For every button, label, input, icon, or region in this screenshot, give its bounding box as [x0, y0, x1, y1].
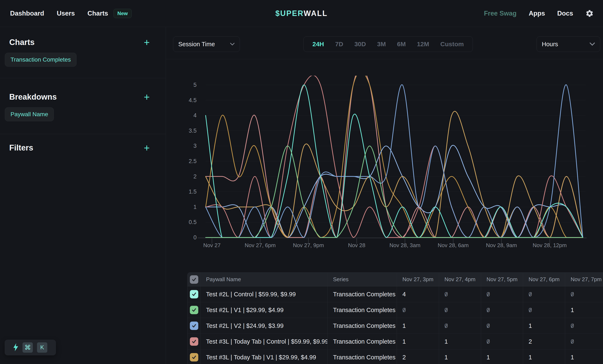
row-checkbox[interactable]: [190, 306, 198, 314]
tab-3m[interactable]: 3M: [377, 41, 386, 48]
value-cell: 4: [397, 286, 439, 302]
row-checkbox[interactable]: [190, 321, 198, 330]
y-tick-label: 5: [174, 81, 197, 89]
paywall-name-cell: Test #2L | Control | $59.99, $9.99: [201, 286, 328, 302]
logo-accent-text: $UPER: [275, 9, 304, 18]
series-cell: Transaction Completes: [328, 286, 397, 302]
nav-item-free-swag[interactable]: Free Swag: [484, 10, 517, 17]
value-cell: 1: [565, 350, 603, 364]
tab-7d[interactable]: 7D: [335, 41, 343, 48]
superwall-logo: $UPERWALL: [275, 9, 328, 18]
series-cell: Transaction Completes: [328, 318, 397, 334]
column-header: Nov 27, 6pm: [523, 273, 565, 286]
top-nav: Dashboard Users Charts New $UPERWALL Fre…: [0, 0, 603, 27]
nav-item-charts[interactable]: Charts: [87, 10, 108, 17]
metric-select[interactable]: Session Time: [173, 36, 240, 52]
command-key: ⌘: [23, 342, 33, 353]
add-chart-button[interactable]: +: [144, 38, 156, 47]
select-all-checkbox[interactable]: [190, 275, 198, 284]
y-tick-label: 3: [174, 142, 197, 150]
unit-select[interactable]: Hours: [537, 36, 600, 52]
paywall-name-cell: Test #2L | V1 | $29.99, $4.99: [201, 302, 328, 318]
lightning-bolt-icon: [13, 343, 18, 352]
y-tick-label: 1.5: [174, 187, 197, 196]
column-header: Paywall Name: [201, 273, 328, 286]
tab-24h[interactable]: 24H: [313, 41, 324, 48]
value-cell: 1: [523, 350, 565, 364]
unit-select-value: Hours: [542, 41, 558, 48]
tab-12m[interactable]: 12M: [417, 41, 429, 48]
row-select-cell: [187, 334, 201, 350]
value-cell: 2: [397, 350, 439, 364]
chip-paywall-name[interactable]: Paywall Name: [5, 107, 54, 121]
y-tick-label: 0.5: [174, 218, 197, 226]
series-cell: Transaction Completes: [328, 334, 397, 350]
chart-series-line: [206, 85, 583, 238]
sidebar-section-breakdowns: Breakdowns + Paywall Name: [0, 78, 166, 134]
y-tick-label: 4.5: [174, 96, 197, 104]
tab-custom[interactable]: Custom: [440, 41, 464, 48]
nav-charts-group: Charts New: [87, 9, 132, 18]
new-badge: New: [114, 9, 131, 18]
add-filter-button[interactable]: +: [144, 144, 156, 152]
filters-section-title: Filters: [9, 143, 33, 152]
metric-select-value: Session Time: [178, 41, 215, 48]
paywall-name-cell: Test #2L | V2 | $24.99, $3.99: [201, 318, 328, 334]
value-cell: 1: [481, 350, 523, 364]
value-cell: 0: [565, 286, 603, 302]
paywall-name-cell: Test #3L | Today Tab | Control | $59.99,…: [201, 334, 328, 350]
column-header: Nov 27, 7pm: [565, 273, 603, 286]
nav-item-docs[interactable]: Docs: [557, 10, 573, 17]
sidebar: Charts + Transaction Completes Breakdown…: [0, 27, 166, 364]
controls-divider: [166, 59, 603, 59]
y-tick-label: 1: [174, 203, 197, 211]
k-key: K: [37, 342, 47, 353]
add-breakdown-button[interactable]: +: [144, 93, 156, 101]
value-cell: 0: [439, 302, 481, 318]
column-header: Nov 27, 3pm: [397, 273, 439, 286]
value-cell: 1: [439, 334, 481, 350]
nav-item-apps[interactable]: Apps: [529, 10, 545, 17]
sidebar-section-filters: Filters +: [0, 134, 166, 164]
row-select-cell: [187, 302, 201, 318]
sessions-line-chart: [198, 76, 593, 248]
column-header: Series: [328, 273, 397, 286]
tab-6m[interactable]: 6M: [397, 41, 406, 48]
value-cell: 1: [397, 318, 439, 334]
chevron-down-icon: [590, 43, 595, 46]
value-cell: 0: [397, 302, 439, 318]
y-tick-label: 3.5: [174, 126, 197, 135]
logo-rest-text: WALL: [304, 9, 328, 18]
column-header: Nov 27, 5pm: [481, 273, 523, 286]
series-cell: Transaction Completes: [328, 350, 397, 364]
row-checkbox[interactable]: [190, 353, 198, 362]
row-checkbox[interactable]: [190, 337, 198, 346]
y-tick-label: 0: [174, 233, 197, 242]
value-cell: 1: [439, 350, 481, 364]
nav-right-group: Free Swag Apps Docs: [484, 9, 595, 18]
value-cell: 0: [439, 318, 481, 334]
value-cell: 0: [481, 302, 523, 318]
row-checkbox[interactable]: [190, 290, 198, 298]
command-palette-shortcut[interactable]: ⌘ K: [5, 340, 56, 355]
y-tick-label: 4: [174, 111, 197, 120]
y-tick-label: 2.5: [174, 157, 197, 165]
select-all-cell: [187, 273, 201, 286]
nav-item-users[interactable]: Users: [57, 10, 75, 17]
chip-transaction-completes[interactable]: Transaction Completes: [5, 53, 77, 67]
value-cell: 2: [523, 334, 565, 350]
sidebar-section-charts: Charts + Transaction Completes: [0, 27, 166, 78]
nav-item-dashboard[interactable]: Dashboard: [10, 10, 44, 17]
tab-30d[interactable]: 30D: [354, 41, 366, 48]
charts-section-title: Charts: [9, 38, 35, 47]
paywall-table: Paywall NameSeriesNov 27, 3pmNov 27, 4pm…: [187, 272, 603, 364]
value-cell: 1: [565, 302, 603, 318]
value-cell: 0: [523, 302, 565, 318]
series-cell: Transaction Completes: [328, 302, 397, 318]
value-cell: 0: [481, 286, 523, 302]
row-select-cell: [187, 286, 201, 302]
nav-left-group: Dashboard Users Charts New: [8, 9, 132, 18]
settings-gear-icon[interactable]: [585, 9, 594, 18]
breakdowns-section-title: Breakdowns: [9, 92, 57, 102]
column-header: Nov 27, 4pm: [439, 273, 481, 286]
